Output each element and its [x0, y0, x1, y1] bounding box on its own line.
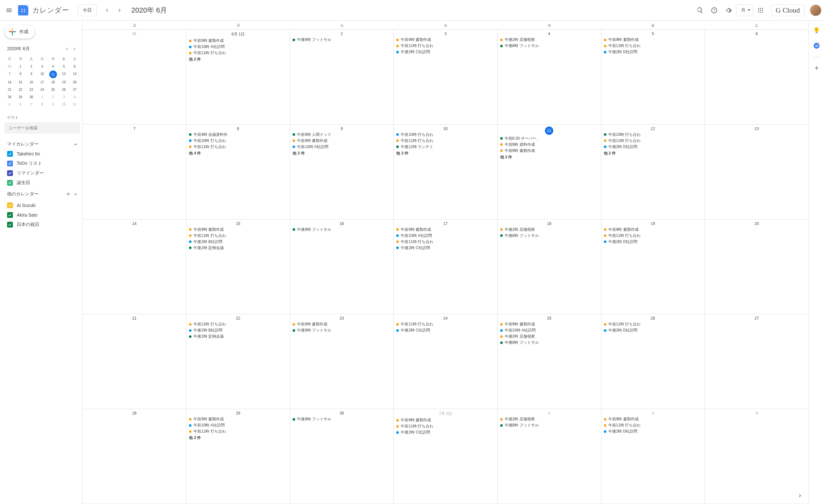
menu-button[interactable]: [3, 4, 15, 17]
more-events-button[interactable]: 他 3 件: [291, 150, 392, 157]
event[interactable]: 午後2時 D社訪問: [603, 144, 703, 150]
mini-day[interactable]: 10: [59, 101, 69, 108]
calendar-cell[interactable]: 2午後8時 フットサル: [290, 30, 394, 124]
calendar-cell[interactable]: 6: [705, 30, 809, 124]
event[interactable]: 午後8時 フットサル: [499, 43, 600, 49]
other-calendars-header[interactable]: 他のカレンダー: [4, 188, 80, 201]
cell-date[interactable]: 6: [706, 30, 807, 37]
cell-date[interactable]: 4: [706, 410, 807, 416]
mini-day[interactable]: 8: [15, 71, 26, 78]
event[interactable]: 午前9時 書類作成: [188, 416, 288, 422]
cell-date[interactable]: 17: [395, 220, 496, 226]
checkbox[interactable]: [7, 222, 13, 227]
event[interactable]: 午前11時 打ち合わ: [188, 233, 288, 239]
mini-day[interactable]: 6: [70, 63, 80, 70]
mini-day[interactable]: 6: [15, 101, 26, 108]
cell-date[interactable]: 4: [499, 30, 600, 37]
event[interactable]: 午後2時 C社訪問: [395, 49, 496, 55]
mini-calendar[interactable]: 日月火水木金土311234567891011121314151617181920…: [4, 56, 80, 108]
event[interactable]: 午前10時 A社訪問: [188, 422, 288, 428]
today-button[interactable]: 今日: [78, 4, 97, 16]
event[interactable]: 午後12時 ランチミ: [395, 144, 496, 150]
guest-search-input[interactable]: [4, 122, 80, 133]
calendar-cell[interactable]: 14: [83, 219, 186, 314]
event[interactable]: 午前11時 打ち合わ: [188, 428, 288, 434]
cell-date[interactable]: 15: [188, 220, 288, 226]
mini-day[interactable]: 19: [59, 79, 69, 86]
calendar-cell[interactable]: 23午前9時 書類作成午後8時 フットサル: [290, 314, 394, 409]
more-events-button[interactable]: 他 3 件: [499, 154, 600, 161]
event[interactable]: 午後2時 C社訪問: [395, 245, 496, 251]
mini-day[interactable]: 11: [70, 101, 80, 108]
cell-date[interactable]: 27: [706, 315, 807, 321]
event[interactable]: 午前11時 打ち合わ: [395, 423, 496, 429]
avatar[interactable]: [810, 4, 821, 16]
checkbox[interactable]: [7, 170, 13, 176]
cell-date[interactable]: 2: [291, 30, 392, 37]
calendar-cell[interactable]: 7月 1日午前9時 書類作成午前11時 打ち合わ午後2時 C社訪問: [394, 409, 497, 504]
mini-day[interactable]: 3: [37, 63, 47, 70]
calendar-cell[interactable]: 17午前9時 書類作成午前10時 A社訪問午前11時 打ち合わ午後2時 C社訪問: [394, 219, 497, 314]
my-calendars-header[interactable]: マイカレンダー: [4, 139, 80, 149]
calendar-cell[interactable]: 28: [83, 409, 186, 504]
show-side-panel-button[interactable]: [794, 490, 806, 501]
event[interactable]: 午後8時 フットサル: [499, 339, 600, 346]
cell-date[interactable]: 6月 1日: [188, 30, 288, 38]
calendar-cell[interactable]: 8午前9時 会議資料作午前10時 打ち合わ午前11時 打ち合わ他 4 件: [186, 124, 290, 219]
mini-day[interactable]: 2: [26, 63, 36, 70]
cell-date[interactable]: 18: [499, 220, 600, 226]
mini-day[interactable]: 29: [15, 94, 26, 100]
mini-prev-button[interactable]: [63, 45, 71, 53]
calendar-item[interactable]: Ai Suzuki: [4, 201, 80, 210]
mini-day[interactable]: 4: [48, 63, 58, 70]
cell-date[interactable]: 8: [188, 125, 288, 132]
checkbox[interactable]: [7, 180, 13, 186]
event[interactable]: 午後8時 フットサル: [291, 416, 392, 422]
calendar-cell[interactable]: 2午後2時 店舗視察午後8時 フットサル: [498, 409, 601, 504]
event[interactable]: 午前9時 書類作成: [188, 226, 288, 233]
event[interactable]: 午前11時 打ち合わ: [188, 144, 288, 150]
cell-date[interactable]: 10: [395, 125, 496, 132]
event[interactable]: 午前9時 書類作成: [291, 321, 392, 327]
event[interactable]: 午後2時 B社訪問: [188, 327, 288, 333]
checkbox[interactable]: [7, 151, 13, 157]
event[interactable]: 午後8時 フットサル: [291, 37, 392, 43]
event[interactable]: 午前11時 打ち合わ: [395, 138, 496, 144]
mini-day[interactable]: 7: [26, 101, 36, 108]
calendar-cell[interactable]: 19午前9時 書類作成午前11時 打ち合わ午後2時 D社訪問: [601, 219, 705, 314]
mini-day[interactable]: 23: [26, 86, 36, 93]
event[interactable]: 午後2時 定例会議: [188, 333, 288, 339]
calendar-cell[interactable]: 29午前9時 書類作成午前10時 A社訪問午前11時 打ち合わ他 2 件: [186, 409, 290, 504]
more-events-button[interactable]: 他 2 件: [603, 150, 703, 157]
cell-date[interactable]: 5: [603, 30, 703, 37]
event[interactable]: 午前9時 書類作成: [603, 416, 703, 422]
event[interactable]: 午前8:30 サーバー.: [499, 135, 600, 141]
event[interactable]: 午後2時 D社訪問: [603, 428, 703, 434]
event[interactable]: 午後2時 D社訪問: [603, 327, 703, 333]
cell-date[interactable]: 11: [499, 125, 600, 135]
calendar-cell[interactable]: 9午前9時 人間ドック午前9時 書類作成午前10時 A社訪問他 3 件: [290, 124, 394, 219]
more-events-button[interactable]: 他 2 件: [188, 434, 288, 441]
cell-date[interactable]: 20: [706, 220, 807, 226]
mini-next-button[interactable]: [71, 45, 79, 53]
mini-day[interactable]: 1: [15, 63, 26, 70]
mini-day[interactable]: 14: [4, 79, 15, 86]
mini-day[interactable]: 5: [59, 63, 69, 70]
cell-date[interactable]: 14: [84, 220, 185, 226]
calendar-item[interactable]: ToDo リスト: [4, 159, 80, 168]
settings-button[interactable]: [722, 4, 735, 17]
mini-day[interactable]: 25: [48, 86, 58, 93]
event[interactable]: 午前9時 書類作成: [499, 321, 600, 327]
mini-day[interactable]: 10: [37, 71, 47, 78]
event[interactable]: 午前9時 書類作成: [395, 226, 496, 233]
cell-date[interactable]: 26: [603, 315, 703, 321]
calendar-cell[interactable]: 20: [705, 219, 809, 314]
mini-day[interactable]: 8: [37, 101, 47, 108]
calendar-cell[interactable]: 25午前9時 書類作成午前10時 A社訪問午後2時 店舗視察午後8時 フットサル: [498, 314, 601, 409]
mini-day[interactable]: 15: [15, 79, 26, 86]
mini-day[interactable]: 7: [4, 71, 15, 78]
view-selector[interactable]: 月: [736, 4, 753, 16]
mini-day[interactable]: 16: [26, 79, 36, 86]
event[interactable]: 午前9時 人間ドック: [291, 132, 392, 138]
event[interactable]: 午前11時 打ち合わ: [188, 321, 288, 327]
